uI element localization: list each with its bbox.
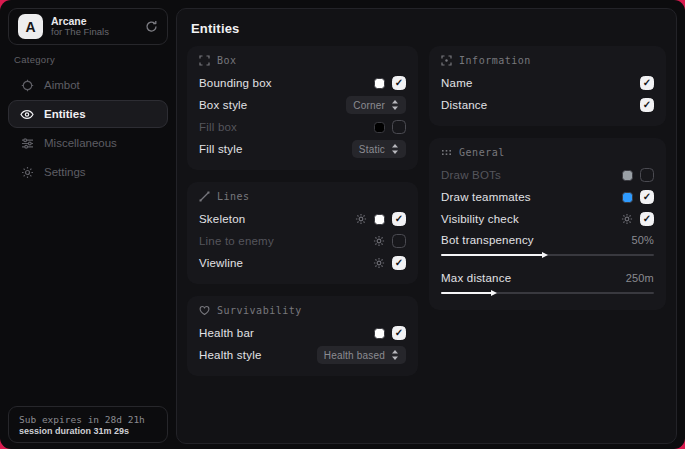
diagonal-line-icon xyxy=(199,191,210,202)
fill-style-dropdown[interactable]: Static xyxy=(352,140,406,158)
slider-thumb[interactable] xyxy=(542,252,548,258)
app-logo: A xyxy=(18,14,43,39)
panel-title: Lines xyxy=(217,191,250,202)
gear-icon[interactable] xyxy=(373,257,385,269)
panel-survivability: Survivability Health bar ✓ Health style … xyxy=(187,296,418,376)
max-distance-value: 250m xyxy=(626,272,654,284)
scan-square-icon xyxy=(441,55,452,66)
bot-transparency-value: 50% xyxy=(631,234,654,246)
row-fill-box: Fill box ✓ xyxy=(199,116,406,138)
eye-icon xyxy=(20,108,34,121)
visibility-check-checkbox[interactable]: ✓ xyxy=(640,212,654,226)
slider-thumb[interactable] xyxy=(491,290,497,296)
app-subtitle: for The Finals xyxy=(51,27,137,38)
line-to-enemy-checkbox[interactable]: ✓ xyxy=(392,234,406,248)
health-style-dropdown[interactable]: Health based xyxy=(317,346,406,364)
sidebar-item-entities[interactable]: Entities xyxy=(8,100,168,128)
panel-information: Information Name ✓ Distance ✓ xyxy=(429,46,666,126)
row-health-style: Health style Health based xyxy=(199,344,406,366)
sidebar-item-miscellaneous[interactable]: Miscellaneous xyxy=(8,129,168,157)
check-icon: ✓ xyxy=(395,328,404,338)
chevron-up-down-icon xyxy=(391,144,399,154)
skeleton-checkbox[interactable]: ✓ xyxy=(392,212,406,226)
reload-icon[interactable] xyxy=(145,20,158,33)
row-label: Skeleton xyxy=(199,213,355,225)
color-swatch[interactable] xyxy=(374,122,385,133)
sliders-icon xyxy=(20,137,34,150)
row-label: Distance xyxy=(441,99,640,111)
row-max-distance: Max distance 250m xyxy=(441,268,654,288)
row-bounding-box: Bounding box ✓ xyxy=(199,72,406,94)
viewline-checkbox[interactable]: ✓ xyxy=(392,256,406,270)
gear-icon[interactable] xyxy=(355,213,367,225)
gear-icon[interactable] xyxy=(621,213,633,225)
row-label: Max distance xyxy=(441,272,626,284)
distance-checkbox[interactable]: ✓ xyxy=(640,98,654,112)
color-swatch[interactable] xyxy=(622,170,633,181)
row-line-to-enemy: Line to enemy ✓ xyxy=(199,230,406,252)
color-swatch[interactable] xyxy=(374,214,385,225)
panel-title: Information xyxy=(459,55,531,66)
check-icon: ✓ xyxy=(643,78,652,88)
gear-icon xyxy=(20,166,34,179)
row-bot-transparency: Bot transpenency 50% xyxy=(441,230,654,250)
box-style-dropdown[interactable]: Corner xyxy=(346,96,406,114)
sidebar: A Arcane for The Finals Category Aimbot xyxy=(0,0,176,449)
panel-title: Survivability xyxy=(217,305,302,316)
app-title-block: Arcane for The Finals xyxy=(51,15,137,38)
health-bar-checkbox[interactable]: ✓ xyxy=(392,326,406,340)
dropdown-value: Corner xyxy=(353,100,385,111)
row-label: Fill style xyxy=(199,143,352,155)
corner-brackets-icon xyxy=(199,55,210,66)
sidebar-item-label: Miscellaneous xyxy=(44,137,117,149)
chevron-up-down-icon xyxy=(391,100,399,110)
row-label: Visibility check xyxy=(441,213,621,225)
row-label: Draw teammates xyxy=(441,191,622,203)
app-window: A Arcane for The Finals Category Aimbot xyxy=(0,0,685,449)
panel-title: Box xyxy=(217,55,237,66)
row-label: Line to enemy xyxy=(199,235,373,247)
panel-box: Box Bounding box ✓ Box style Corner xyxy=(187,46,418,170)
row-draw-teammates: Draw teammates ✓ xyxy=(441,186,654,208)
gear-icon[interactable] xyxy=(373,235,385,247)
max-distance-slider[interactable] xyxy=(441,289,654,297)
category-label: Category xyxy=(14,54,55,65)
draw-teammates-checkbox[interactable]: ✓ xyxy=(640,190,654,204)
color-swatch[interactable] xyxy=(622,192,633,203)
panel-general: General Draw BOTs ✓ Draw teammates xyxy=(429,138,666,310)
chevron-up-down-icon xyxy=(391,350,399,360)
row-label: Fill box xyxy=(199,121,374,133)
row-distance: Distance ✓ xyxy=(441,94,654,116)
subscription-card: Sub expires in 28d 21h session duration … xyxy=(8,406,168,443)
sidebar-item-label: Settings xyxy=(44,166,86,178)
name-checkbox[interactable]: ✓ xyxy=(640,76,654,90)
row-label: Health bar xyxy=(199,327,374,339)
bounding-box-checkbox[interactable]: ✓ xyxy=(392,76,406,90)
row-visibility-check: Visibility check ✓ xyxy=(441,208,654,230)
bot-transparency-slider[interactable] xyxy=(441,251,654,259)
crosshair-icon xyxy=(20,79,34,92)
page-title: Entities xyxy=(177,9,676,36)
check-icon: ✓ xyxy=(395,214,404,224)
row-skeleton: Skeleton ✓ xyxy=(199,208,406,230)
sidebar-item-settings[interactable]: Settings xyxy=(8,158,168,186)
row-box-style: Box style Corner xyxy=(199,94,406,116)
sidebar-item-label: Entities xyxy=(44,108,86,120)
draw-bots-checkbox[interactable]: ✓ xyxy=(640,168,654,182)
main-content: Entities Box Bounding box xyxy=(176,8,677,444)
panel-lines: Lines Skeleton ✓ Line to enemy xyxy=(187,182,418,284)
sidebar-item-aimbot[interactable]: Aimbot xyxy=(8,71,168,99)
sidebar-item-label: Aimbot xyxy=(44,79,80,91)
row-label: Health style xyxy=(199,349,317,361)
sub-expires-text: Sub expires in 28d 21h xyxy=(19,414,157,425)
row-label: Box style xyxy=(199,99,346,111)
sidebar-nav: Aimbot Entities Miscella xyxy=(0,70,176,187)
fill-box-checkbox[interactable]: ✓ xyxy=(392,120,406,134)
row-label: Bounding box xyxy=(199,77,374,89)
row-label: Bot transpenency xyxy=(441,234,631,246)
color-swatch[interactable] xyxy=(374,328,385,339)
row-name: Name ✓ xyxy=(441,72,654,94)
check-icon: ✓ xyxy=(395,258,404,268)
color-swatch[interactable] xyxy=(374,78,385,89)
dropdown-value: Health based xyxy=(324,350,385,361)
